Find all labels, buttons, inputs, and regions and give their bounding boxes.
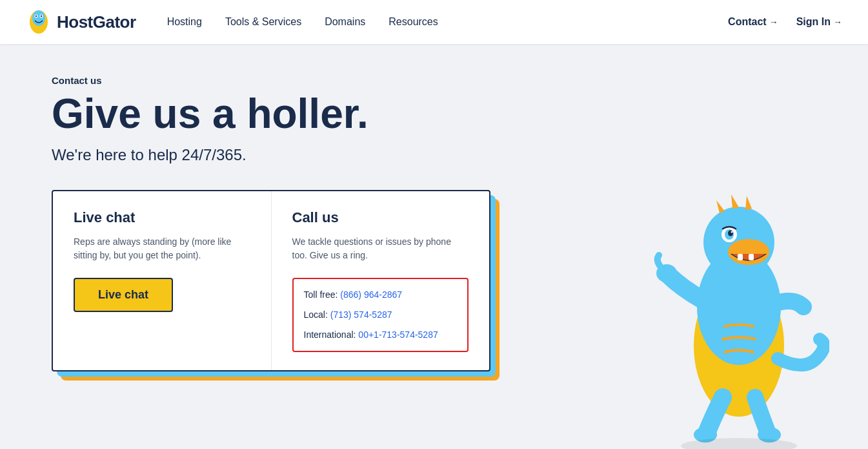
contact-cards-panel: Live chat Reps are always standing by (m…	[52, 190, 490, 371]
call-us-title: Call us	[292, 209, 469, 226]
call-us-description: We tackle questions or issues by phone t…	[292, 235, 469, 262]
svg-point-4	[35, 16, 37, 17]
gator-icon	[26, 8, 52, 36]
nav-hosting[interactable]: Hosting	[167, 16, 202, 28]
international-line: International: 00+1-713-574-5287	[304, 328, 458, 342]
toll-free-label: Toll free:	[304, 289, 338, 300]
gator-mascot-illustration	[649, 178, 829, 449]
svg-point-1	[32, 10, 45, 26]
contact-arrow-icon: →	[769, 17, 778, 27]
international-number[interactable]: 00+1-713-574-5287	[358, 329, 438, 340]
live-chat-description: Reps are always standing by (more like s…	[74, 235, 250, 262]
signin-arrow-icon: →	[833, 17, 842, 27]
contact-cards-wrapper: Live chat Reps are always standing by (m…	[52, 190, 490, 371]
nav-tools-services[interactable]: Tools & Services	[225, 16, 301, 28]
nav-contact-button[interactable]: Contact →	[728, 16, 778, 28]
nav-resources[interactable]: Resources	[389, 16, 438, 28]
nav-signin-button[interactable]: Sign In →	[796, 16, 842, 28]
nav-domains[interactable]: Domains	[325, 16, 365, 28]
local-number[interactable]: (713) 574-5287	[330, 309, 392, 320]
nav-links: Hosting Tools & Services Domains Resourc…	[167, 16, 728, 28]
main-content: Contact us Give us a holler. We're here …	[0, 44, 868, 449]
svg-point-15	[731, 231, 733, 233]
svg-rect-11	[749, 254, 754, 260]
local-label: Local:	[304, 309, 328, 320]
toll-free-number[interactable]: (866) 964-2867	[340, 289, 402, 300]
page-subheadline: We're here to help 24/7/365.	[52, 146, 816, 164]
svg-rect-10	[738, 254, 743, 260]
logo[interactable]: HostGator	[26, 8, 136, 36]
international-label: International:	[304, 329, 356, 340]
svg-point-5	[41, 16, 42, 17]
call-us-card: Call us We tackle questions or issues by…	[272, 191, 490, 370]
svg-marker-17	[731, 194, 739, 209]
svg-point-9	[728, 239, 769, 265]
breadcrumb: Contact us	[52, 75, 816, 86]
navbar: HostGator Hosting Tools & Services Domai…	[0, 0, 868, 44]
page-headline: Give us a holler.	[52, 92, 816, 136]
live-chat-button[interactable]: Live chat	[74, 278, 173, 312]
logo-text: HostGator	[57, 12, 136, 32]
svg-marker-18	[745, 196, 752, 210]
local-line: Local: (713) 574-5287	[304, 308, 458, 322]
phone-numbers-box: Toll free: (866) 964-2867 Local: (713) 5…	[292, 278, 469, 352]
svg-marker-16	[716, 200, 725, 213]
live-chat-card: Live chat Reps are always standing by (m…	[53, 191, 272, 370]
toll-free-line: Toll free: (866) 964-2867	[304, 288, 458, 302]
live-chat-title: Live chat	[74, 209, 250, 226]
nav-right: Contact → Sign In →	[728, 16, 842, 28]
